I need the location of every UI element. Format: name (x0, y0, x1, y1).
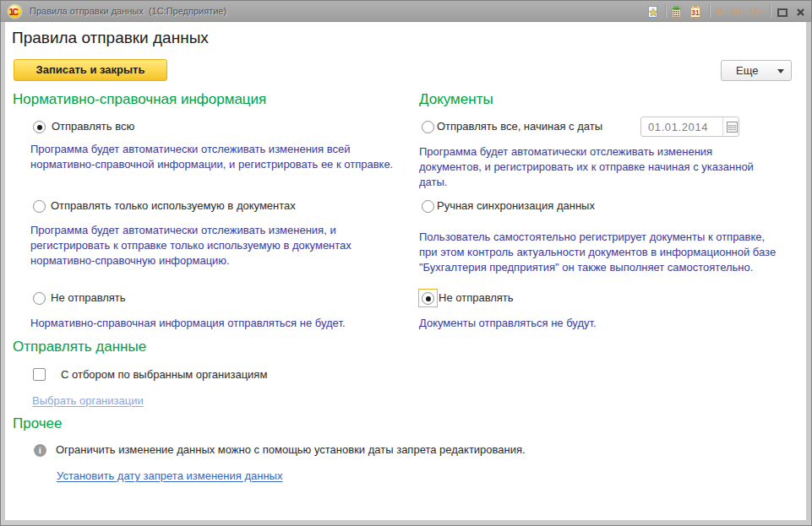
svg-text:31: 31 (691, 8, 700, 17)
